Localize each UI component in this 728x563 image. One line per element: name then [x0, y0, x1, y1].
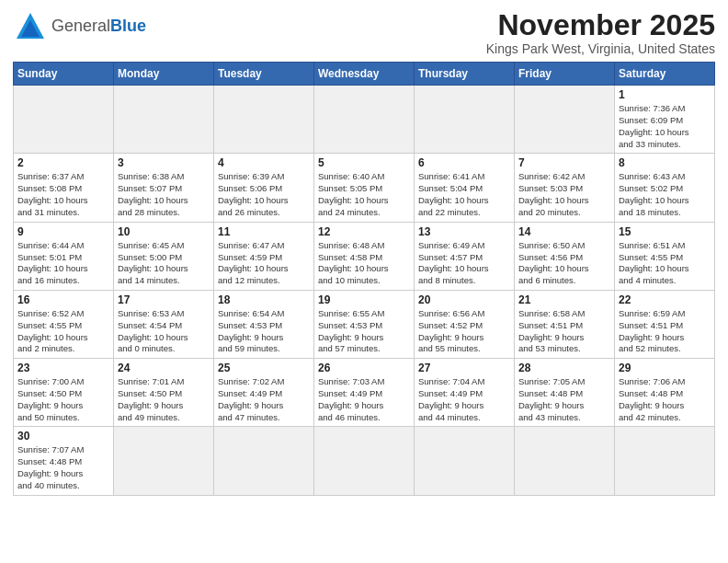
- day-cell: 24Sunrise: 7:01 AM Sunset: 4:50 PM Dayli…: [114, 359, 214, 427]
- day-info: Sunrise: 7:03 AM Sunset: 4:49 PM Dayligh…: [318, 376, 410, 423]
- day-cell: [615, 427, 715, 495]
- day-number: 24: [118, 362, 210, 374]
- day-info: Sunrise: 6:47 AM Sunset: 4:59 PM Dayligh…: [218, 240, 310, 287]
- day-cell: 26Sunrise: 7:03 AM Sunset: 4:49 PM Dayli…: [314, 359, 415, 427]
- day-number: 30: [17, 430, 109, 442]
- day-cell: [314, 427, 415, 495]
- day-number: 2: [17, 156, 109, 169]
- day-info: Sunrise: 7:00 AM Sunset: 4:50 PM Dayligh…: [17, 376, 109, 423]
- day-info: Sunrise: 6:37 AM Sunset: 5:08 PM Dayligh…: [17, 171, 109, 218]
- day-cell: 19Sunrise: 6:55 AM Sunset: 4:53 PM Dayli…: [314, 290, 415, 358]
- logo-blue: Blue: [110, 17, 146, 35]
- logo-general: General: [51, 17, 110, 35]
- day-cell: 21Sunrise: 6:58 AM Sunset: 4:51 PM Dayli…: [515, 290, 615, 358]
- day-info: Sunrise: 6:44 AM Sunset: 5:01 PM Dayligh…: [17, 240, 109, 287]
- day-info: Sunrise: 7:07 AM Sunset: 4:48 PM Dayligh…: [17, 444, 109, 491]
- day-cell: 6Sunrise: 6:41 AM Sunset: 5:04 PM Daylig…: [415, 154, 515, 222]
- day-info: Sunrise: 6:58 AM Sunset: 4:51 PM Dayligh…: [518, 308, 610, 355]
- day-info: Sunrise: 6:39 AM Sunset: 5:06 PM Dayligh…: [218, 171, 310, 218]
- day-cell: 3Sunrise: 6:38 AM Sunset: 5:07 PM Daylig…: [114, 154, 214, 222]
- day-cell: [515, 427, 615, 495]
- day-info: Sunrise: 7:02 AM Sunset: 4:49 PM Dayligh…: [218, 376, 310, 423]
- logo-icon: [13, 9, 48, 44]
- day-info: Sunrise: 7:36 AM Sunset: 6:09 PM Dayligh…: [619, 103, 711, 150]
- day-cell: 11Sunrise: 6:47 AM Sunset: 4:59 PM Dayli…: [214, 222, 314, 290]
- title-block: November 2025 Kings Park West, Virginia,…: [486, 9, 715, 56]
- day-info: Sunrise: 6:53 AM Sunset: 4:54 PM Dayligh…: [118, 308, 210, 355]
- weekday-header-saturday: Saturday: [615, 63, 715, 86]
- day-info: Sunrise: 6:48 AM Sunset: 4:58 PM Dayligh…: [318, 240, 410, 287]
- day-info: Sunrise: 6:54 AM Sunset: 4:53 PM Dayligh…: [218, 308, 310, 355]
- day-cell: 15Sunrise: 6:51 AM Sunset: 4:55 PM Dayli…: [615, 222, 715, 290]
- day-cell: [515, 86, 615, 154]
- week-row-1: 2Sunrise: 6:37 AM Sunset: 5:08 PM Daylig…: [14, 154, 715, 222]
- day-number: 7: [518, 156, 610, 169]
- day-number: 20: [418, 293, 510, 306]
- day-info: Sunrise: 6:50 AM Sunset: 4:56 PM Dayligh…: [518, 240, 610, 287]
- day-info: Sunrise: 7:01 AM Sunset: 4:50 PM Dayligh…: [118, 376, 210, 423]
- day-info: Sunrise: 6:49 AM Sunset: 4:57 PM Dayligh…: [418, 240, 510, 287]
- day-cell: 10Sunrise: 6:45 AM Sunset: 5:00 PM Dayli…: [114, 222, 214, 290]
- day-cell: 2Sunrise: 6:37 AM Sunset: 5:08 PM Daylig…: [14, 154, 114, 222]
- day-info: Sunrise: 6:52 AM Sunset: 4:55 PM Dayligh…: [17, 308, 109, 355]
- day-cell: 8Sunrise: 6:43 AM Sunset: 5:02 PM Daylig…: [615, 154, 715, 222]
- logo-text: GeneralBlue: [51, 17, 146, 36]
- week-row-4: 23Sunrise: 7:00 AM Sunset: 4:50 PM Dayli…: [14, 359, 715, 427]
- day-cell: 23Sunrise: 7:00 AM Sunset: 4:50 PM Dayli…: [14, 359, 114, 427]
- day-cell: 17Sunrise: 6:53 AM Sunset: 4:54 PM Dayli…: [114, 290, 214, 358]
- day-cell: [214, 427, 314, 495]
- day-number: 1: [619, 88, 711, 101]
- day-cell: 29Sunrise: 7:06 AM Sunset: 4:48 PM Dayli…: [615, 359, 715, 427]
- week-row-0: 1Sunrise: 7:36 AM Sunset: 6:09 PM Daylig…: [14, 86, 715, 154]
- day-number: 28: [518, 362, 610, 374]
- day-number: 5: [318, 156, 410, 169]
- day-cell: 4Sunrise: 6:39 AM Sunset: 5:06 PM Daylig…: [214, 154, 314, 222]
- weekday-header-friday: Friday: [515, 63, 615, 86]
- day-info: Sunrise: 6:55 AM Sunset: 4:53 PM Dayligh…: [318, 308, 410, 355]
- header-area: GeneralBlue November 2025 Kings Park Wes…: [13, 9, 715, 56]
- month-title: November 2025: [486, 9, 715, 41]
- day-info: Sunrise: 6:51 AM Sunset: 4:55 PM Dayligh…: [619, 240, 711, 287]
- day-cell: 28Sunrise: 7:05 AM Sunset: 4:48 PM Dayli…: [515, 359, 615, 427]
- day-info: Sunrise: 6:42 AM Sunset: 5:03 PM Dayligh…: [518, 171, 610, 218]
- location-title: Kings Park West, Virginia, United States: [486, 41, 715, 56]
- day-cell: [214, 86, 314, 154]
- day-info: Sunrise: 7:04 AM Sunset: 4:49 PM Dayligh…: [418, 376, 510, 423]
- day-cell: 20Sunrise: 6:56 AM Sunset: 4:52 PM Dayli…: [415, 290, 515, 358]
- day-cell: 18Sunrise: 6:54 AM Sunset: 4:53 PM Dayli…: [214, 290, 314, 358]
- day-number: 13: [418, 225, 510, 238]
- day-number: 17: [118, 293, 210, 306]
- day-number: 6: [418, 156, 510, 169]
- page: GeneralBlue November 2025 Kings Park Wes…: [0, 0, 728, 563]
- day-info: Sunrise: 6:43 AM Sunset: 5:02 PM Dayligh…: [619, 171, 711, 218]
- day-info: Sunrise: 6:45 AM Sunset: 5:00 PM Dayligh…: [118, 240, 210, 287]
- day-number: 29: [619, 362, 711, 374]
- day-cell: 14Sunrise: 6:50 AM Sunset: 4:56 PM Dayli…: [515, 222, 615, 290]
- day-info: Sunrise: 6:38 AM Sunset: 5:07 PM Dayligh…: [118, 171, 210, 218]
- day-info: Sunrise: 7:05 AM Sunset: 4:48 PM Dayligh…: [518, 376, 610, 423]
- day-number: 8: [619, 156, 711, 169]
- day-cell: 16Sunrise: 6:52 AM Sunset: 4:55 PM Dayli…: [14, 290, 114, 358]
- day-cell: 12Sunrise: 6:48 AM Sunset: 4:58 PM Dayli…: [314, 222, 415, 290]
- day-info: Sunrise: 6:41 AM Sunset: 5:04 PM Dayligh…: [418, 171, 510, 218]
- day-number: 11: [218, 225, 310, 238]
- weekday-header-row: SundayMondayTuesdayWednesdayThursdayFrid…: [14, 63, 715, 86]
- day-number: 26: [318, 362, 410, 374]
- day-cell: 5Sunrise: 6:40 AM Sunset: 5:05 PM Daylig…: [314, 154, 415, 222]
- day-number: 4: [218, 156, 310, 169]
- day-cell: 27Sunrise: 7:04 AM Sunset: 4:49 PM Dayli…: [415, 359, 515, 427]
- day-number: 16: [17, 293, 109, 306]
- day-number: 25: [218, 362, 310, 374]
- day-number: 23: [17, 362, 109, 374]
- weekday-header-monday: Monday: [114, 63, 214, 86]
- week-row-5: 30Sunrise: 7:07 AM Sunset: 4:48 PM Dayli…: [14, 427, 715, 495]
- calendar-table: SundayMondayTuesdayWednesdayThursdayFrid…: [13, 62, 715, 496]
- day-info: Sunrise: 7:06 AM Sunset: 4:48 PM Dayligh…: [619, 376, 711, 423]
- weekday-header-sunday: Sunday: [14, 63, 114, 86]
- day-number: 10: [118, 225, 210, 238]
- weekday-header-wednesday: Wednesday: [314, 63, 415, 86]
- day-info: Sunrise: 6:59 AM Sunset: 4:51 PM Dayligh…: [619, 308, 711, 355]
- day-cell: [415, 427, 515, 495]
- logo: GeneralBlue: [13, 9, 146, 44]
- day-number: 14: [518, 225, 610, 238]
